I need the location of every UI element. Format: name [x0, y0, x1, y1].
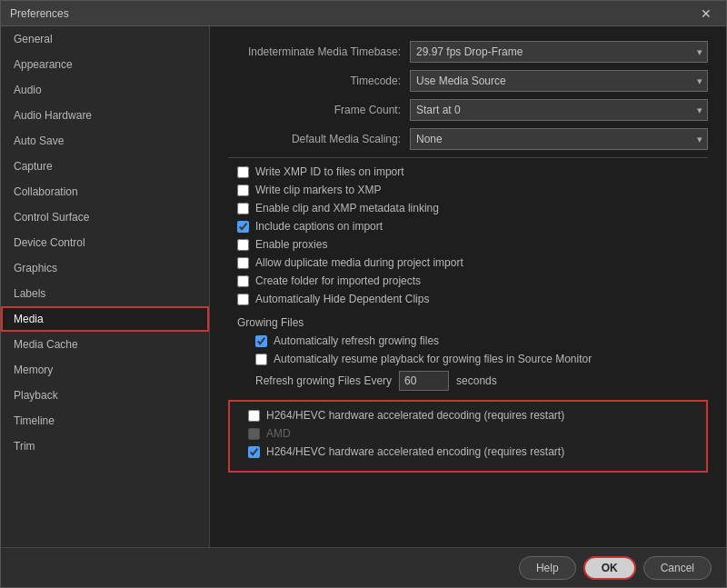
checkbox-write-clip[interactable] — [237, 184, 249, 196]
checkbox-write-xmp[interactable] — [237, 166, 249, 178]
dropdown-select[interactable]: 29.97 fps Drop-Frame — [410, 41, 708, 63]
checkbox-allow-duplicate[interactable] — [237, 257, 249, 269]
checkbox-create-folder[interactable] — [237, 275, 249, 287]
hardware-acceleration-box: H264/HEVC hardware accelerated decoding … — [228, 400, 708, 473]
select-wrapper: None — [410, 128, 708, 150]
checkbox-include-captions[interactable] — [237, 221, 249, 233]
sidebar-item-labels[interactable]: Labels — [1, 281, 209, 306]
checkbox-h264-decode[interactable] — [248, 410, 260, 422]
refresh-interval-row: Refresh growing Files Everyseconds — [228, 371, 708, 391]
checkbox-row-enable-proxies: Enable proxies — [228, 238, 708, 251]
sidebar-item-audio[interactable]: Audio — [1, 77, 209, 103]
select-wrapper: Use Media Source — [410, 70, 708, 92]
sidebar-item-control-surface[interactable]: Control Surface — [1, 204, 209, 230]
checkbox-row-create-folder: Create folder for imported projects — [228, 274, 708, 287]
refresh-interval-input[interactable] — [399, 371, 449, 391]
sidebar-item-memory[interactable]: Memory — [1, 357, 209, 383]
checkbox-auto-refresh[interactable] — [255, 335, 267, 347]
sidebar-item-appearance[interactable]: Appearance — [1, 52, 209, 77]
sidebar-item-media[interactable]: Media — [1, 306, 209, 332]
preferences-dialog: Preferences ✕ GeneralAppearanceAudioAudi… — [0, 0, 727, 588]
select-wrapper: 29.97 fps Drop-Frame — [410, 41, 708, 63]
dropdown-row: Default Media Scaling:None — [228, 128, 708, 150]
title-bar: Preferences ✕ — [1, 1, 726, 26]
checkbox-label-auto-resume[interactable]: Automatically resume playback for growin… — [274, 353, 592, 365]
checkbox-amd — [248, 428, 260, 440]
sidebar-item-timeline[interactable]: Timeline — [1, 408, 209, 434]
dialog-title: Preferences — [10, 7, 69, 20]
close-button[interactable]: ✕ — [695, 5, 717, 23]
checkbox-label-write-xmp[interactable]: Write XMP ID to files on import — [255, 165, 404, 178]
checkbox-auto-hide[interactable] — [237, 294, 249, 305]
checkbox-label-write-clip[interactable]: Write clip markers to XMP — [255, 184, 381, 196]
dropdown-row: Frame Count:Start at 0 — [228, 99, 708, 121]
sidebar: GeneralAppearanceAudioAudio HardwareAuto… — [1, 26, 210, 547]
sidebar-item-collaboration[interactable]: Collaboration — [1, 179, 209, 204]
hw-checkbox-row-h264-encode: H264/HEVC hardware accelerated encoding … — [239, 445, 697, 458]
sidebar-item-auto-save[interactable]: Auto Save — [1, 128, 209, 154]
checkbox-row-include-captions: Include captions on import — [228, 220, 708, 233]
cancel-button[interactable]: Cancel — [643, 556, 712, 580]
sidebar-item-playback[interactable]: Playback — [1, 383, 209, 408]
sidebar-item-trim[interactable]: Trim — [1, 434, 209, 459]
dropdown-row: Timecode:Use Media Source — [228, 70, 708, 92]
refresh-unit-label: seconds — [456, 374, 497, 387]
checkbox-label-enable-clip[interactable]: Enable clip and XMP metadata linking — [255, 202, 439, 214]
dialog-body: GeneralAppearanceAudioAudio HardwareAuto… — [1, 26, 726, 547]
dropdown-select[interactable]: None — [410, 128, 708, 150]
ok-button[interactable]: OK — [583, 556, 636, 580]
checkbox-label-enable-proxies[interactable]: Enable proxies — [255, 238, 327, 251]
checkbox-label-auto-hide[interactable]: Automatically Hide Dependent Clips — [255, 293, 429, 305]
checkbox-label-h264-encode[interactable]: H264/HEVC hardware accelerated encoding … — [266, 445, 564, 458]
form-label: Frame Count: — [228, 104, 410, 116]
dropdown-row: Indeterminate Media Timebase:29.97 fps D… — [228, 41, 708, 63]
select-wrapper: Start at 0 — [410, 99, 708, 121]
checkbox-enable-proxies[interactable] — [237, 239, 249, 251]
dialog-footer: Help OK Cancel — [1, 547, 726, 587]
sidebar-item-media-cache[interactable]: Media Cache — [1, 332, 209, 357]
checkbox-enable-clip[interactable] — [237, 203, 249, 214]
checkbox-auto-resume[interactable] — [255, 354, 267, 365]
gf-checkbox-row-auto-refresh: Automatically refresh growing files — [228, 334, 708, 347]
checkbox-label-amd[interactable]: AMD — [266, 427, 291, 440]
dropdown-select[interactable]: Start at 0 — [410, 99, 708, 121]
checkbox-label-create-folder[interactable]: Create folder for imported projects — [255, 274, 421, 287]
checkbox-row-write-clip: Write clip markers to XMP — [228, 184, 708, 196]
checkbox-label-allow-duplicate[interactable]: Allow duplicate media during project imp… — [255, 256, 463, 269]
form-label: Default Media Scaling: — [228, 133, 410, 145]
checkbox-row-write-xmp: Write XMP ID to files on import — [228, 165, 708, 178]
checkbox-h264-encode[interactable] — [248, 446, 260, 458]
form-label: Indeterminate Media Timebase: — [228, 45, 410, 58]
help-button[interactable]: Help — [519, 556, 576, 580]
hw-checkbox-row-h264-decode: H264/HEVC hardware accelerated decoding … — [239, 409, 697, 422]
sidebar-item-capture[interactable]: Capture — [1, 154, 209, 179]
refresh-label: Refresh growing Files Every — [255, 374, 392, 387]
checkbox-row-allow-duplicate: Allow duplicate media during project imp… — [228, 256, 708, 269]
form-label: Timecode: — [228, 75, 410, 87]
sidebar-item-general[interactable]: General — [1, 26, 209, 52]
content-panel: Indeterminate Media Timebase:29.97 fps D… — [210, 26, 726, 547]
dropdown-select[interactable]: Use Media Source — [410, 70, 708, 92]
sidebar-item-audio-hardware[interactable]: Audio Hardware — [1, 103, 209, 128]
checkbox-label-h264-decode[interactable]: H264/HEVC hardware accelerated decoding … — [266, 409, 564, 422]
growing-files-header: Growing Files — [237, 316, 708, 329]
checkbox-label-include-captions[interactable]: Include captions on import — [255, 220, 383, 233]
sidebar-item-device-control[interactable]: Device Control — [1, 230, 209, 255]
sidebar-item-graphics[interactable]: Graphics — [1, 255, 209, 281]
gf-checkbox-row-auto-resume: Automatically resume playback for growin… — [228, 353, 708, 365]
hw-checkbox-row-amd: AMD — [239, 427, 697, 440]
checkbox-row-enable-clip: Enable clip and XMP metadata linking — [228, 202, 708, 214]
checkbox-row-auto-hide: Automatically Hide Dependent Clips — [228, 293, 708, 305]
checkbox-label-auto-refresh[interactable]: Automatically refresh growing files — [274, 334, 439, 347]
